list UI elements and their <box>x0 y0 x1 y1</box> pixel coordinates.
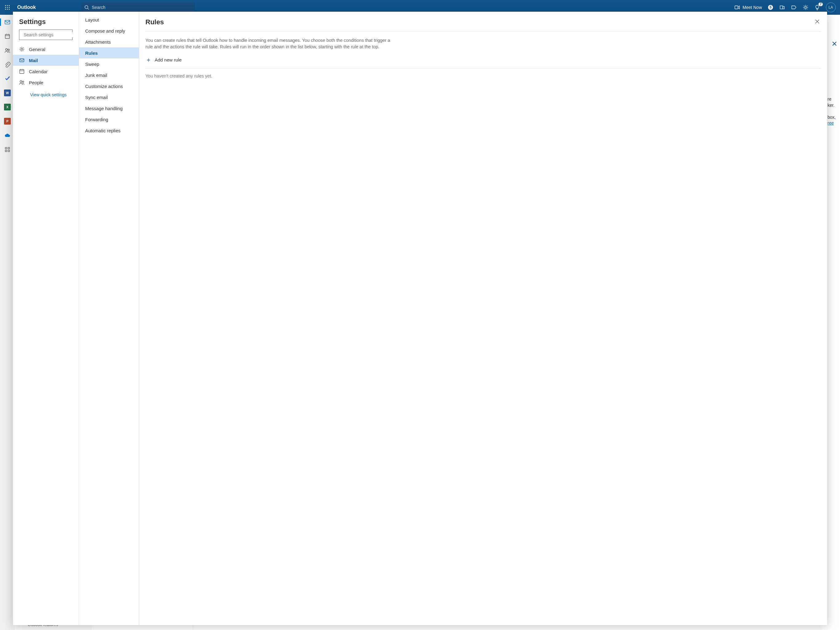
gear-icon <box>19 46 25 52</box>
subnav-compose-reply[interactable]: Compose and reply <box>79 25 139 36</box>
svg-point-1 <box>7 5 8 6</box>
notes-button[interactable] <box>791 4 797 11</box>
powerpoint-icon: P <box>4 118 11 125</box>
settings-search-input[interactable] <box>24 32 77 37</box>
rules-description: You can create rules that tell Outlook h… <box>145 32 398 54</box>
cloud-icon <box>4 132 11 138</box>
rail-calendar[interactable] <box>2 32 12 41</box>
svg-rect-27 <box>8 150 9 152</box>
skype-icon: S <box>768 5 773 10</box>
close-icon <box>832 41 837 46</box>
content-header: Rules <box>145 12 821 32</box>
subnav-sync-email[interactable]: Sync email <box>79 92 139 103</box>
word-icon: W <box>4 90 11 96</box>
svg-point-5 <box>9 7 10 8</box>
meet-now-button[interactable]: Meet Now <box>734 5 762 10</box>
rail-word[interactable]: W <box>2 88 12 98</box>
svg-point-8 <box>9 9 10 10</box>
svg-point-16 <box>805 6 807 8</box>
global-search[interactable] <box>81 2 195 12</box>
mail-icon <box>19 57 25 63</box>
people-icon <box>4 47 11 54</box>
category-general[interactable]: General <box>13 44 79 55</box>
skype-button[interactable]: S <box>767 4 774 11</box>
svg-rect-33 <box>20 59 24 62</box>
rail-people[interactable] <box>2 46 12 55</box>
svg-line-10 <box>88 8 89 9</box>
settings-search[interactable] <box>19 30 73 40</box>
subnav-layout[interactable]: Layout <box>79 14 139 25</box>
svg-point-23 <box>8 49 9 51</box>
svg-point-38 <box>20 81 22 82</box>
settings-panel: Settings General Mail Calendar <box>13 12 827 625</box>
svg-rect-18 <box>5 35 9 38</box>
svg-point-9 <box>85 6 88 9</box>
rail-todo[interactable] <box>2 74 12 84</box>
svg-point-39 <box>22 81 24 83</box>
global-search-input[interactable] <box>92 5 192 10</box>
rail-onedrive[interactable] <box>2 130 12 140</box>
calendar-icon <box>4 33 11 40</box>
subnav-customize-actions[interactable]: Customize actions <box>79 81 139 92</box>
svg-rect-24 <box>5 147 7 149</box>
rail-more-apps[interactable] <box>2 144 12 154</box>
subnav-sweep[interactable]: Sweep <box>79 59 139 70</box>
add-new-rule-button[interactable]: ＋ Add new rule <box>145 54 821 69</box>
subnav-automatic-replies[interactable]: Automatic replies <box>79 125 139 136</box>
rail-mail[interactable] <box>2 17 12 27</box>
rail-files[interactable] <box>2 60 12 70</box>
view-quick-settings-link[interactable]: View quick settings <box>13 88 79 97</box>
svg-text:S: S <box>770 6 772 9</box>
close-settings-button[interactable] <box>813 18 821 27</box>
avatar[interactable]: LA <box>826 2 836 12</box>
settings-title: Settings <box>13 12 79 30</box>
rail-excel[interactable]: X <box>2 102 12 112</box>
tag-icon <box>791 5 797 10</box>
plus-icon: ＋ <box>145 56 152 64</box>
category-label: People <box>29 80 43 85</box>
svg-rect-26 <box>5 150 7 152</box>
check-icon <box>4 76 11 82</box>
svg-point-0 <box>5 5 6 6</box>
category-label: Calendar <box>29 69 47 74</box>
meet-now-label: Meet Now <box>742 5 762 10</box>
app-launcher-button[interactable] <box>0 5 15 10</box>
avatar-initials: LA <box>829 5 833 9</box>
subnav-junk-email[interactable]: Junk email <box>79 70 139 81</box>
background-side-text: re ker. box, ree <box>828 96 836 127</box>
svg-point-2 <box>9 5 10 6</box>
tips-button[interactable]: 7 <box>814 4 820 11</box>
svg-rect-25 <box>8 147 9 149</box>
subnav-forwarding[interactable]: Forwarding <box>79 114 139 125</box>
svg-point-3 <box>5 7 6 8</box>
people-icon <box>19 80 25 85</box>
svg-point-4 <box>7 7 8 8</box>
category-label: Mail <box>29 58 38 63</box>
category-label: General <box>29 47 45 52</box>
video-icon <box>734 5 740 10</box>
settings-subnav-column: Layout Compose and reply Attachments Rul… <box>79 12 139 625</box>
rail-powerpoint[interactable]: P <box>2 116 12 126</box>
grid-icon <box>5 147 10 152</box>
teams-icon <box>779 5 785 10</box>
rules-empty-state: You haven't created any rules yet. <box>145 69 821 83</box>
settings-categories-column: Settings General Mail Calendar <box>13 12 79 625</box>
subnav-rules[interactable]: Rules <box>79 47 139 59</box>
settings-button[interactable] <box>802 4 808 11</box>
calendar-icon <box>19 69 25 74</box>
svg-rect-15 <box>783 6 784 9</box>
excel-icon: X <box>4 104 11 111</box>
category-people[interactable]: People <box>13 77 79 88</box>
svg-point-32 <box>21 48 23 50</box>
svg-rect-34 <box>20 70 24 73</box>
subnav-message-handling[interactable]: Message handling <box>79 103 139 114</box>
subnav-attachments[interactable]: Attachments <box>79 36 139 47</box>
close-icon <box>815 19 820 24</box>
brand-label[interactable]: Outlook <box>15 5 38 10</box>
background-close-button[interactable] <box>832 41 837 47</box>
category-mail[interactable]: Mail <box>13 55 79 66</box>
mail-icon <box>4 19 11 25</box>
teams-button[interactable] <box>779 4 785 11</box>
category-calendar[interactable]: Calendar <box>13 66 79 77</box>
search-icon <box>84 5 89 10</box>
